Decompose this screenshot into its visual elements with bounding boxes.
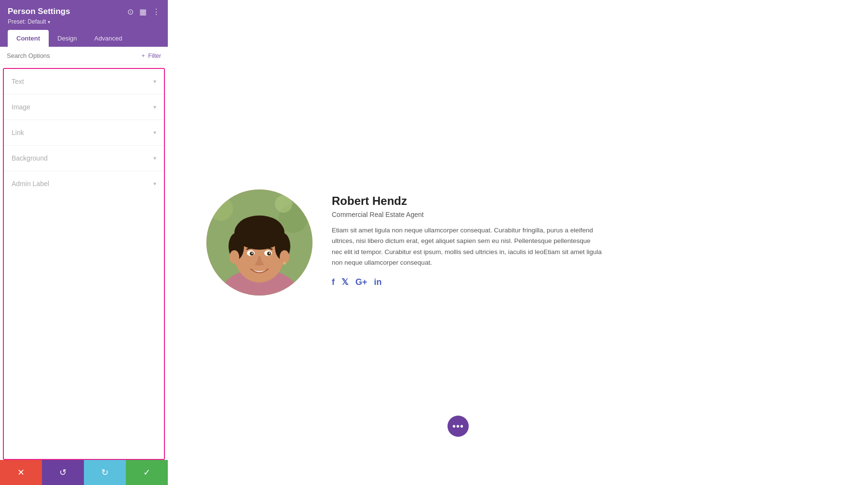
sidebar-title-row: Person Settings ⊙ ▦ ⋮ <box>8 7 160 16</box>
google-plus-link[interactable]: G+ <box>355 277 367 287</box>
accordion-label-admin-label: Admin Label <box>12 180 49 188</box>
search-input[interactable] <box>7 52 140 59</box>
save-icon: ✓ <box>143 467 150 478</box>
svg-point-18 <box>230 250 239 264</box>
undo-button[interactable]: ↺ <box>42 460 84 485</box>
accordion-item-background: Background ▾ <box>4 146 164 171</box>
accordion-header-background[interactable]: Background ▾ <box>4 146 164 171</box>
social-links: f 𝕏 G+ in <box>332 277 602 287</box>
more-icon: ••• <box>452 421 464 432</box>
accordion-label-background: Background <box>12 154 48 162</box>
filter-button[interactable]: ＋ Filter <box>140 52 161 60</box>
undo-icon: ↺ <box>59 467 67 478</box>
chevron-down-icon: ▾ <box>153 78 156 85</box>
cancel-button[interactable]: ✕ <box>0 460 42 485</box>
accordion-header-image[interactable]: Image ▾ <box>4 94 164 120</box>
target-icon[interactable]: ⊙ <box>127 7 134 16</box>
preset-arrow: ▾ <box>48 19 50 25</box>
sidebar-header: Person Settings ⊙ ▦ ⋮ Preset: Default ▾ … <box>0 0 168 47</box>
sidebar-title: Person Settings <box>8 7 70 16</box>
accordion-label-image: Image <box>12 103 30 111</box>
accordion: Text ▾ Image ▾ Link ▾ Background ▾ Admin <box>3 68 165 460</box>
chevron-down-icon: ▾ <box>153 129 156 136</box>
facebook-link[interactable]: f <box>332 277 335 287</box>
person-name: Robert Hendz <box>332 194 602 208</box>
svg-point-4 <box>275 195 292 213</box>
svg-point-20 <box>283 262 286 265</box>
filter-icon: ＋ <box>140 52 146 60</box>
twitter-link[interactable]: 𝕏 <box>341 277 349 287</box>
preset-label: Preset: Default <box>8 18 46 25</box>
person-bio: Etiam sit amet ligula non neque ullamcor… <box>332 225 602 268</box>
sidebar-header-icons: ⊙ ▦ ⋮ <box>127 7 160 16</box>
accordion-item-link: Link ▾ <box>4 120 164 146</box>
chevron-down-icon: ▾ <box>153 180 156 187</box>
sidebar: Person Settings ⊙ ▦ ⋮ Preset: Default ▾ … <box>0 0 168 485</box>
columns-icon[interactable]: ▦ <box>139 7 147 16</box>
person-card: Robert Hendz Commercial Real Estate Agen… <box>206 189 602 296</box>
svg-point-19 <box>280 250 289 264</box>
tab-design[interactable]: Design <box>49 30 85 47</box>
search-bar: ＋ Filter <box>0 47 168 65</box>
svg-point-9 <box>236 216 283 242</box>
person-info: Robert Hendz Commercial Real Estate Agen… <box>332 189 602 287</box>
svg-point-17 <box>269 253 271 254</box>
more-options-button[interactable]: ••• <box>448 416 469 437</box>
accordion-label-text: Text <box>12 78 24 85</box>
accordion-header-admin-label[interactable]: Admin Label ▾ <box>4 171 164 196</box>
preset-row[interactable]: Preset: Default ▾ <box>8 18 160 25</box>
avatar <box>206 189 312 296</box>
bottom-toolbar: ✕ ↺ ↻ ✓ <box>0 460 168 485</box>
person-job-title: Commercial Real Estate Agent <box>332 211 602 218</box>
save-button[interactable]: ✓ <box>126 460 168 485</box>
redo-icon: ↻ <box>101 467 108 478</box>
tabs-row: Content Design Advanced <box>8 30 160 47</box>
tab-content[interactable]: Content <box>8 30 49 47</box>
accordion-item-text: Text ▾ <box>4 69 164 94</box>
avatar-image <box>206 189 312 296</box>
more-icon[interactable]: ⋮ <box>152 7 160 16</box>
accordion-item-image: Image ▾ <box>4 94 164 120</box>
cancel-icon: ✕ <box>17 467 25 478</box>
filter-label: Filter <box>148 53 161 59</box>
linkedin-link[interactable]: in <box>374 277 382 287</box>
chevron-down-icon: ▾ <box>153 155 156 162</box>
accordion-label-link: Link <box>12 129 24 136</box>
accordion-item-admin-label: Admin Label ▾ <box>4 171 164 196</box>
svg-point-14 <box>252 253 253 254</box>
accordion-header-link[interactable]: Link ▾ <box>4 120 164 145</box>
chevron-down-icon: ▾ <box>153 104 156 110</box>
accordion-header-text[interactable]: Text ▾ <box>4 69 164 94</box>
svg-point-2 <box>209 197 233 221</box>
main-content: Robert Hendz Commercial Real Estate Agen… <box>168 0 868 485</box>
tab-advanced[interactable]: Advanced <box>86 30 131 47</box>
redo-button[interactable]: ↻ <box>84 460 126 485</box>
